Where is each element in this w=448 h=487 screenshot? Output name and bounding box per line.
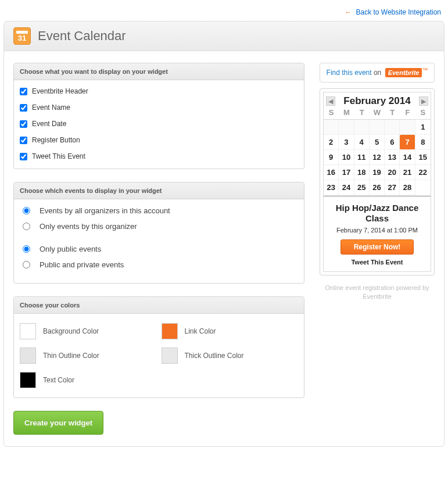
find-event-link[interactable]: Find this event <box>327 69 372 77</box>
calendar-icon: 31 <box>13 27 31 45</box>
radio-label: Public and private events <box>40 260 124 269</box>
calendar-day-8[interactable]: 8 <box>415 135 431 150</box>
checkbox-label: Tweet This Event <box>32 152 85 160</box>
calendar-day-23[interactable]: 23 <box>324 180 339 195</box>
dow-label: T <box>385 108 400 117</box>
calendar-empty-cell <box>324 120 339 135</box>
tweet-link[interactable]: Tweet This Event <box>327 259 427 266</box>
tm-symbol: ™ <box>422 67 428 73</box>
calendar-day-6[interactable]: 6 <box>385 135 400 150</box>
color-item: Thin Outline Color <box>20 348 157 364</box>
radio-only-events-by-this-organizer[interactable] <box>23 223 30 230</box>
color-label: Thick Outline Color <box>185 352 244 360</box>
calendar-day-26[interactable]: 26 <box>370 180 385 195</box>
checkbox-label: Event Date <box>32 120 66 128</box>
color-item: Link Color <box>162 323 299 339</box>
dow-label: M <box>339 108 354 117</box>
calendar-day-11[interactable]: 11 <box>354 150 370 165</box>
calendar-day-7[interactable]: 7 <box>400 135 415 150</box>
calendar-next-button[interactable]: ▶ <box>419 96 428 106</box>
calendar-day-16[interactable]: 16 <box>324 165 339 180</box>
dow-label: W <box>370 108 385 117</box>
dow-label: S <box>415 108 431 117</box>
color-item: Background Color <box>20 323 157 339</box>
event-date: February 7, 2014 at 1:00 PM <box>327 227 427 234</box>
calendar-empty-cell <box>400 120 415 135</box>
calendar-day-5[interactable]: 5 <box>370 135 385 150</box>
calendar-day-9[interactable]: 9 <box>324 150 339 165</box>
dow-label: S <box>324 108 339 117</box>
calendar-day-21[interactable]: 21 <box>400 165 415 180</box>
back-link-row: ← Back to Website Integration <box>0 0 448 21</box>
checkbox-row: Event Name <box>20 103 298 112</box>
radio-label: Events by all organizers in this account <box>40 206 170 215</box>
calendar-prev-button[interactable]: ◀ <box>326 96 335 106</box>
main-panel: 31 Event Calendar Choose what you want t… <box>3 21 445 447</box>
color-swatch-background-color[interactable] <box>20 323 36 339</box>
calendar-day-4[interactable]: 4 <box>354 135 370 150</box>
color-label: Thin Outline Color <box>43 352 99 360</box>
calendar-day-25[interactable]: 25 <box>354 180 370 195</box>
checkbox-tweet-this-event[interactable] <box>20 153 27 160</box>
calendar-day-13[interactable]: 13 <box>385 150 400 165</box>
color-swatch-text-color[interactable] <box>20 372 36 388</box>
calendar-day-2[interactable]: 2 <box>324 135 339 150</box>
checkbox-label: Eventbrite Header <box>32 87 88 95</box>
calendar-empty-cell <box>354 120 370 135</box>
color-swatch-thin-outline-color[interactable] <box>20 348 36 364</box>
color-item: Text Color <box>20 372 157 388</box>
calendar-day-22[interactable]: 22 <box>415 165 431 180</box>
calendar-day-12[interactable]: 12 <box>370 150 385 165</box>
section-display-options: Choose what you want to display on your … <box>13 63 304 169</box>
calendar-empty-cell <box>370 120 385 135</box>
calendar-day-17[interactable]: 17 <box>339 165 354 180</box>
back-link-label: Back to Website Integration <box>356 8 441 16</box>
calendar-widget: ◀ February 2014 ▶ SMTWTFS 12345678910111… <box>320 88 435 275</box>
color-swatch-thick-outline-color[interactable] <box>162 348 178 364</box>
back-link[interactable]: ← Back to Website Integration <box>345 8 441 16</box>
calendar-month-title: February 2014 <box>343 95 410 107</box>
radio-row: Public and private events <box>20 260 298 269</box>
checkbox-event-name[interactable] <box>20 104 27 112</box>
checkbox-register-button[interactable] <box>20 137 27 144</box>
section-header: Choose which events to display in your w… <box>14 182 304 199</box>
event-preview: Hip Hop/Jazz Dance Class February 7, 201… <box>323 196 431 272</box>
checkbox-event-date[interactable] <box>20 120 27 128</box>
calendar-day-18[interactable]: 18 <box>354 165 370 180</box>
calendar-day-27[interactable]: 27 <box>385 180 400 195</box>
page-title: Event Calendar <box>38 28 126 44</box>
radio-public-and-private-events[interactable] <box>23 261 30 268</box>
calendar-day-20[interactable]: 20 <box>385 165 400 180</box>
calendar-day-10[interactable]: 10 <box>339 150 354 165</box>
radio-events-by-all-organizers-in-this-account[interactable] <box>23 207 30 214</box>
panel-header: 31 Event Calendar <box>4 22 444 51</box>
calendar-day-14[interactable]: 14 <box>400 150 415 165</box>
calendar-empty-cell <box>385 120 400 135</box>
checkbox-eventbrite-header[interactable] <box>20 88 27 95</box>
calendar-day-28[interactable]: 28 <box>400 180 415 195</box>
calendar-day-24[interactable]: 24 <box>339 180 354 195</box>
color-item: Thick Outline Color <box>162 348 299 364</box>
radio-only-public-events[interactable] <box>23 245 30 253</box>
checkbox-label: Event Name <box>32 103 70 112</box>
radio-row: Events by all organizers in this account <box>20 206 298 215</box>
event-title: Hip Hop/Jazz Dance Class <box>327 203 427 224</box>
calendar-day-3[interactable]: 3 <box>339 135 354 150</box>
footer-text: Online event registration powered by Eve… <box>320 284 435 302</box>
color-label: Text Color <box>43 376 74 384</box>
radio-label: Only public events <box>40 245 101 253</box>
calendar-day-1[interactable]: 1 <box>415 120 431 135</box>
calendar-day-19[interactable]: 19 <box>370 165 385 180</box>
eventbrite-badge: Eventbrite <box>385 68 422 77</box>
radio-row: Only public events <box>20 245 298 253</box>
section-header: Choose your colors <box>14 297 304 314</box>
register-button[interactable]: Register Now! <box>341 239 414 255</box>
checkbox-row: Eventbrite Header <box>20 87 298 95</box>
color-swatch-link-color[interactable] <box>162 323 178 339</box>
calendar-empty-cell <box>339 120 354 135</box>
dow-label: T <box>354 108 370 117</box>
checkbox-label: Register Button <box>32 136 80 144</box>
create-widget-button[interactable]: Create your widget <box>13 411 103 435</box>
radio-row: Only events by this organizer <box>20 222 298 231</box>
calendar-day-15[interactable]: 15 <box>415 150 431 165</box>
